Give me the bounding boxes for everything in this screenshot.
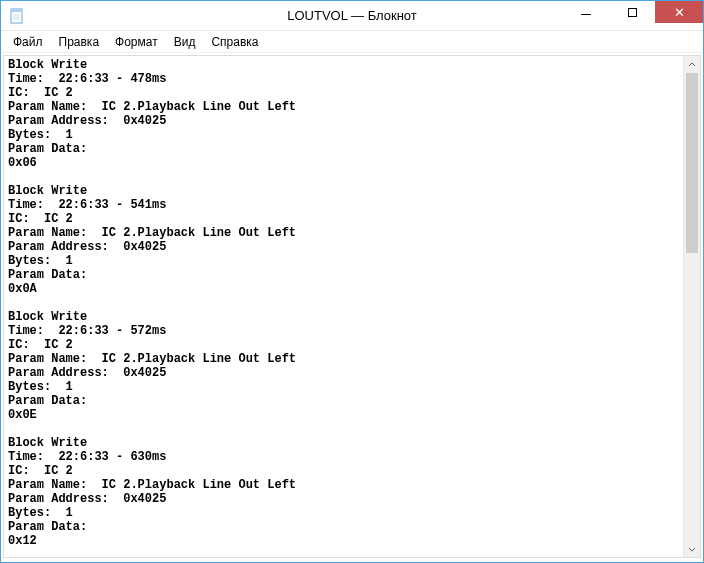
- titlebar[interactable]: LOUTVOL — Блокнот ✕: [1, 1, 703, 31]
- menubar: Файл Правка Формат Вид Справка: [1, 31, 703, 53]
- scroll-up-button[interactable]: [684, 56, 700, 73]
- minimize-button[interactable]: [563, 1, 609, 23]
- scroll-track[interactable]: [684, 73, 700, 540]
- text-area[interactable]: Block Write Time: 22:6:33 - 478ms IC: IC…: [4, 56, 683, 557]
- close-button[interactable]: ✕: [655, 1, 703, 23]
- menu-format[interactable]: Формат: [107, 33, 166, 51]
- menu-help[interactable]: Справка: [203, 33, 266, 51]
- vertical-scrollbar[interactable]: [683, 56, 700, 557]
- close-icon: ✕: [674, 5, 685, 20]
- minimize-icon: [581, 14, 591, 15]
- maximize-icon: [628, 8, 637, 17]
- window-controls: ✕: [563, 1, 703, 23]
- svg-rect-1: [11, 9, 22, 12]
- notepad-icon: [9, 8, 25, 24]
- maximize-button[interactable]: [609, 1, 655, 23]
- menu-edit[interactable]: Правка: [51, 33, 108, 51]
- menu-view[interactable]: Вид: [166, 33, 204, 51]
- scroll-down-button[interactable]: [684, 540, 700, 557]
- editor-container: Block Write Time: 22:6:33 - 478ms IC: IC…: [3, 55, 701, 558]
- scroll-thumb[interactable]: [686, 73, 698, 253]
- menu-file[interactable]: Файл: [5, 33, 51, 51]
- chevron-down-icon: [688, 545, 696, 553]
- window-title: LOUTVOL — Блокнот: [287, 8, 417, 23]
- chevron-up-icon: [688, 61, 696, 69]
